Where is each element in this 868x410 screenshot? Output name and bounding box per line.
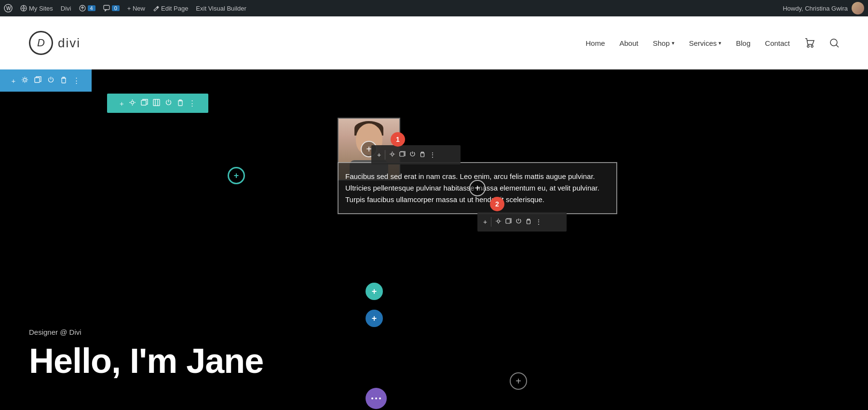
mt2-trash-icon[interactable] xyxy=(526,218,531,226)
svg-point-28 xyxy=(379,397,381,399)
svg-point-27 xyxy=(375,397,377,399)
mt2-settings-icon[interactable] xyxy=(495,218,502,226)
comments-item[interactable]: 0 xyxy=(103,5,120,12)
section-power-icon[interactable] xyxy=(165,99,172,108)
mt2-more-icon[interactable]: ⋮ xyxy=(535,218,542,226)
svg-point-20 xyxy=(391,153,393,155)
admin-bar-right: Howdy, Christina Gwira xyxy=(783,2,864,14)
logo-text: divi xyxy=(58,36,81,51)
svg-point-23 xyxy=(497,220,500,222)
services-chevron-icon: ▾ xyxy=(719,40,721,46)
mt1-trash-icon[interactable] xyxy=(420,151,425,159)
user-avatar xyxy=(852,2,864,14)
module-toolbar-1: + ⋮ xyxy=(371,145,461,164)
edit-page-item[interactable]: Edit Page xyxy=(153,5,188,12)
section-columns-icon[interactable] xyxy=(153,99,160,108)
new-item[interactable]: + New xyxy=(127,5,145,12)
svg-text:W: W xyxy=(6,6,11,11)
add-row-button-2[interactable]: + xyxy=(366,310,383,327)
my-sites-label: My Sites xyxy=(29,5,53,12)
exit-builder-item[interactable]: Exit Visual Builder xyxy=(196,5,246,12)
comments-count: 0 xyxy=(112,5,120,11)
section-trash-icon[interactable] xyxy=(177,99,184,108)
svg-rect-25 xyxy=(527,220,530,224)
svg-rect-24 xyxy=(506,219,510,223)
mt1-power-icon[interactable] xyxy=(409,151,416,159)
mt1-clone-icon[interactable] xyxy=(399,151,406,159)
row-more-icon[interactable]: ⋮ xyxy=(73,76,80,85)
mt2-clone-icon[interactable] xyxy=(505,218,512,226)
section-clone-icon[interactable] xyxy=(141,99,148,108)
bottom-section: Designer @ Divi Hello, I'm Jane xyxy=(0,314,868,410)
svg-rect-12 xyxy=(35,78,40,82)
wp-logo[interactable]: W xyxy=(4,4,13,13)
svg-rect-15 xyxy=(141,100,146,105)
howdy-text: Howdy, Christina Gwira xyxy=(783,5,848,12)
svg-point-7 xyxy=(807,45,809,47)
divider xyxy=(385,150,385,160)
divider2 xyxy=(491,217,491,227)
svg-rect-21 xyxy=(400,152,404,156)
divi-label[interactable]: Divi xyxy=(61,5,71,12)
nav-shop[interactable]: Shop ▾ xyxy=(653,39,675,47)
svg-point-11 xyxy=(24,79,27,82)
row-settings-icon[interactable] xyxy=(21,76,28,85)
designer-role: Designer @ Divi xyxy=(29,328,839,336)
add-column-button[interactable]: + xyxy=(228,167,245,184)
mt2-power-icon[interactable] xyxy=(515,218,522,226)
nav-contact[interactable]: Contact xyxy=(765,39,790,47)
add-row-button-1[interactable]: + xyxy=(366,283,383,300)
svg-line-10 xyxy=(836,45,839,47)
text-module[interactable]: Faucibus sed sed erat in nam cras. Leo e… xyxy=(338,162,617,214)
svg-point-8 xyxy=(811,45,813,47)
admin-bar: W My Sites Divi 4 0 + New Edit Page Exit… xyxy=(0,0,868,16)
site-header: D divi Home About Shop ▾ Services ▾ Blog… xyxy=(0,16,868,69)
svg-rect-13 xyxy=(62,78,66,83)
nav-cart[interactable] xyxy=(804,38,815,48)
mt1-more-icon[interactable]: ⋮ xyxy=(429,151,436,159)
row-trash-icon[interactable] xyxy=(60,77,67,85)
my-sites[interactable]: My Sites xyxy=(20,5,53,12)
section-toolbar: + ⋮ xyxy=(107,94,208,113)
shop-chevron-icon: ▾ xyxy=(672,40,675,46)
module-toolbar-2: + ⋮ xyxy=(477,212,567,232)
main-content: + ⋮ + ⋮ + xyxy=(0,69,868,410)
section-more-icon[interactable]: ⋮ xyxy=(189,99,196,108)
add-section-button[interactable]: + xyxy=(510,372,527,390)
text-add-button[interactable]: + xyxy=(469,180,486,196)
nav-search[interactable] xyxy=(829,38,839,48)
section-settings-icon[interactable] xyxy=(129,99,136,108)
svg-rect-22 xyxy=(421,153,424,157)
nav-blog[interactable]: Blog xyxy=(736,39,750,47)
svg-rect-6 xyxy=(104,5,109,10)
row-add-icon[interactable]: + xyxy=(12,77,16,85)
row-toolbar-top: + ⋮ xyxy=(0,69,92,92)
svg-rect-19 xyxy=(178,101,182,106)
badge-2: 2 xyxy=(490,197,504,211)
nav-services[interactable]: Services ▾ xyxy=(689,39,722,47)
row-clone-icon[interactable] xyxy=(34,76,41,85)
main-nav: Home About Shop ▾ Services ▾ Blog Contac… xyxy=(585,38,839,48)
svg-point-9 xyxy=(830,39,837,46)
mt1-add-icon[interactable]: + xyxy=(377,151,381,159)
more-options-button[interactable] xyxy=(366,388,387,409)
svg-rect-16 xyxy=(153,99,160,106)
updates-item[interactable]: 4 xyxy=(79,5,95,12)
updates-count: 4 xyxy=(88,5,95,11)
section-add-icon[interactable]: + xyxy=(120,99,124,108)
svg-point-26 xyxy=(371,397,373,399)
hello-heading: Hello, I'm Jane xyxy=(29,341,839,381)
logo-circle: D xyxy=(29,31,53,55)
svg-point-14 xyxy=(131,101,134,104)
mt1-settings-icon[interactable] xyxy=(389,151,395,159)
badge-1: 1 xyxy=(391,132,405,147)
mt2-add-icon[interactable]: + xyxy=(483,218,487,226)
nav-home[interactable]: Home xyxy=(585,39,605,47)
nav-about[interactable]: About xyxy=(619,39,638,47)
row-power-icon[interactable] xyxy=(47,76,54,85)
site-logo[interactable]: D divi xyxy=(29,31,81,55)
